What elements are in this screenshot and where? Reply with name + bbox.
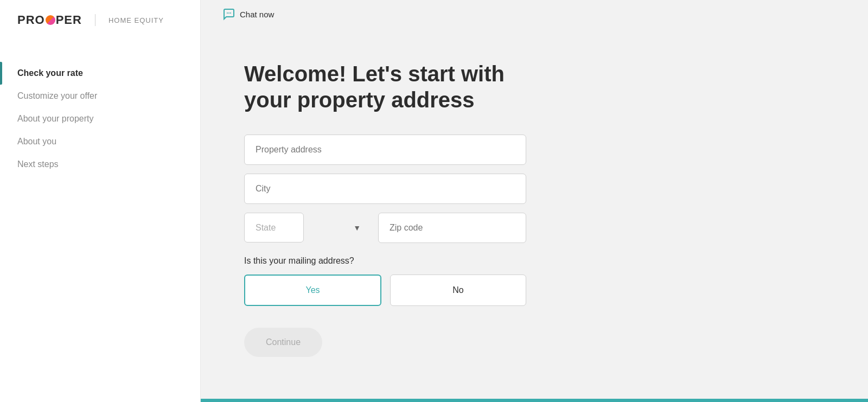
- logo-icon: [46, 15, 55, 25]
- state-select[interactable]: State Alabama Alaska Arizona California …: [244, 213, 304, 243]
- bottom-accent-bar: [201, 399, 868, 402]
- property-address-input[interactable]: [244, 135, 526, 165]
- sidebar: PROPER HOME EQUITY Check your rate Custo…: [0, 0, 201, 402]
- chat-label: Chat now: [240, 10, 274, 19]
- logo: PROPER: [17, 13, 82, 27]
- state-zip-row: State Alabama Alaska Arizona California …: [244, 213, 526, 243]
- svg-point-1: [228, 12, 229, 14]
- continue-button[interactable]: Continue: [244, 328, 322, 357]
- city-input[interactable]: [244, 174, 526, 204]
- sidebar-item-customize-your-offer[interactable]: Customize your offer: [0, 85, 200, 107]
- nav-item-label: About you: [17, 137, 56, 146]
- top-bar: Chat now: [201, 0, 868, 28]
- nav-item-label: Customize your offer: [17, 91, 97, 101]
- chat-now-button[interactable]: Chat now: [222, 8, 274, 21]
- mailing-question: Is this your mailing address?: [244, 256, 646, 266]
- chat-icon: [222, 8, 235, 21]
- svg-point-0: [227, 12, 228, 14]
- sidebar-item-about-your-property[interactable]: About your property: [0, 107, 200, 130]
- nav-item-label: Next steps: [17, 159, 59, 169]
- page-title: Welcome! Let's start with your property …: [244, 61, 548, 113]
- logo-divider: [95, 14, 95, 26]
- sidebar-item-next-steps[interactable]: Next steps: [0, 153, 200, 176]
- nav-item-label: Check your rate: [17, 68, 83, 78]
- state-wrapper: State Alabama Alaska Arizona California …: [244, 213, 369, 243]
- logo-subtitle: HOME EQUITY: [108, 16, 164, 24]
- nav-menu: Check your rate Customize your offer Abo…: [0, 40, 200, 176]
- mailing-buttons: Yes No: [244, 275, 526, 306]
- zip-code-input[interactable]: [378, 213, 526, 243]
- form-area: Welcome! Let's start with your property …: [201, 28, 689, 402]
- sidebar-item-check-your-rate[interactable]: Check your rate: [0, 62, 200, 85]
- sidebar-item-about-you[interactable]: About you: [0, 130, 200, 153]
- svg-point-2: [230, 12, 231, 14]
- chevron-down-icon: ▼: [353, 224, 361, 232]
- yes-button[interactable]: Yes: [244, 275, 381, 306]
- no-button[interactable]: No: [390, 275, 526, 306]
- city-group: [244, 174, 646, 204]
- logo-area: PROPER HOME EQUITY: [0, 0, 200, 40]
- main-content: Chat now Welcome! Let's start with your …: [201, 0, 868, 402]
- property-address-group: [244, 135, 646, 165]
- nav-item-label: About your property: [17, 114, 94, 124]
